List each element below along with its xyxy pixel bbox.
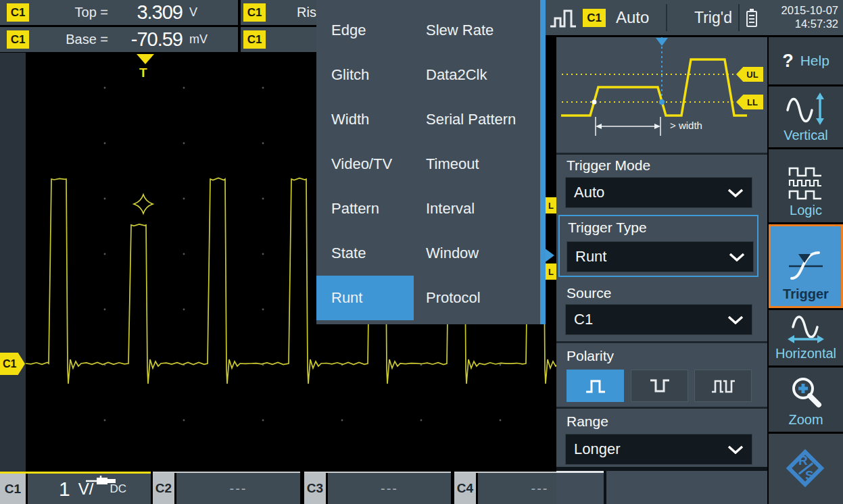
sidebar-item-horizontal[interactable]: Horizontal [769,310,843,366]
width-caption: > width [670,120,702,131]
runt-trigger-diagram [556,37,767,154]
trigger-position-marker[interactable] [137,54,154,64]
trigger-state: Trig'd [694,0,732,35]
measurement-label: Base = [29,32,108,47]
chevron-down-icon [727,445,744,454]
divider [738,4,740,31]
battery-icon [745,7,758,28]
divider [556,341,767,343]
negative-pulse-icon [648,377,671,395]
trigger-mode-value: Auto [574,184,604,201]
date: 2015-10-07 [781,3,838,17]
menu-item-width[interactable]: Width [316,97,414,142]
help-label: Help [800,53,829,69]
trigger-marker-label: T [139,66,147,80]
measurement-label: Ris [297,5,316,20]
menu-item-glitch[interactable]: Glitch [316,53,414,97]
trigger-source-badge: C1 [583,9,606,27]
menu-item-state[interactable]: State [316,231,414,276]
question-mark-icon: ? [782,51,794,72]
sidebar-item-zoom[interactable]: Zoom [769,368,843,432]
acquisition-mode: Auto [616,0,649,35]
menu-item-runt-selected[interactable]: Runt [316,276,414,320]
horizontal-label: Horizontal [775,346,836,361]
trigger-settings-panel: UL LL > width Trigger Mode Auto Trigger … [556,37,767,504]
chevron-down-icon [729,253,745,261]
menu-item-timeout[interactable]: Timeout [426,142,539,186]
source-label: Source [567,285,612,301]
chevron-down-icon [727,188,744,197]
range-value: Longer [574,440,621,458]
scroll-indicator[interactable] [556,471,604,473]
trigger-type-value: Runt [575,248,606,266]
polarity-positive-button[interactable] [567,370,624,402]
trigger-icon [785,246,827,285]
measurement-unit: V [189,5,197,20]
chevron-down-icon [727,316,744,324]
range-dropdown[interactable]: Longer [565,434,752,465]
zoom-icon [787,373,825,411]
trigger-type-dropdown[interactable]: Runt [567,241,754,272]
trigger-type-group: Trigger Type Runt [558,215,758,277]
brand-logo: R S [769,434,843,504]
menu-item-pattern[interactable]: Pattern [316,186,414,231]
datetime: 2015-10-07 14:57:32 [781,3,838,30]
channel-badge: C1 [7,30,29,49]
channel3-control[interactable]: C3 --- [304,472,451,504]
source-value: C1 [574,311,593,328]
channel3-badge[interactable]: C3 [304,473,326,504]
time: 14:57:32 [781,17,838,30]
positive-pulse-icon [584,377,607,395]
menu-item-edge[interactable]: Edge [316,8,414,53]
channel2-control[interactable]: C2 --- [153,472,300,504]
channel4-badge[interactable]: C4 [454,473,476,504]
divider [604,471,606,504]
trigger-type-menu: Edge Glitch Width Video/TV Pattern State… [316,0,546,324]
menu-item-video-tv[interactable]: Video/TV [316,142,414,186]
measurement-top: C1 Top = 3.309 V [0,0,238,25]
vertical-icon [785,91,827,126]
either-pulse-icon [710,377,736,395]
measurement-label: Top = [29,5,108,20]
channel1-badge[interactable]: C1 [0,474,26,504]
divider [666,4,667,31]
divider [556,153,767,155]
logic-icon [786,166,825,201]
menu-item-data2clk[interactable]: Data2Clk [426,53,539,97]
help-button[interactable]: ? Help [769,37,843,84]
channel2-settings[interactable]: --- [176,473,300,504]
rs-logo-icon: R S [782,445,829,493]
runt-pulse-icon [548,6,578,30]
menu-item-interval[interactable]: Interval [426,186,539,231]
channel1-control[interactable]: C1 1 V/ DC [0,472,151,504]
trigger-type-label: Trigger Type [568,220,647,236]
divider [556,407,767,409]
measurement-value: -70.59 [108,28,183,51]
sidebar-item-logic[interactable]: Logic [769,149,843,222]
channel1-settings[interactable]: 1 V/ DC [28,474,151,504]
sidebar-item-vertical[interactable]: Vertical [769,86,843,147]
channel3-settings[interactable]: --- [328,473,451,504]
reference-point-marker [134,195,153,213]
measurement-base: C1 Base = -70.59 mV [0,27,238,52]
menu-item-serial-pattern[interactable]: Serial Pattern [426,97,539,142]
channel2-badge[interactable]: C2 [153,473,174,504]
channel1-scale: 1 [59,478,70,501]
sidebar-item-trigger[interactable]: Trigger [769,224,843,308]
polarity-negative-button[interactable] [631,370,688,402]
menu-item-protocol[interactable]: Protocol [426,276,539,320]
source-dropdown[interactable]: C1 [565,304,752,335]
polarity-either-button[interactable] [694,370,752,402]
range-label: Range [567,413,608,430]
menu-item-window[interactable]: Window [426,231,539,276]
measurement-unit: mV [189,32,208,47]
grid-margin [0,53,26,472]
measurement-value: 3.309 [108,1,183,24]
vertical-label: Vertical [784,128,828,143]
zoom-label: Zoom [788,412,823,428]
trigger-mode-label: Trigger Mode [567,157,650,174]
menu-item-slew-rate[interactable]: Slew Rate [426,8,539,53]
channel-badge: C1 [7,3,29,22]
trigger-mode-dropdown[interactable]: Auto [565,177,752,208]
channel-badge: C1 [243,30,266,49]
